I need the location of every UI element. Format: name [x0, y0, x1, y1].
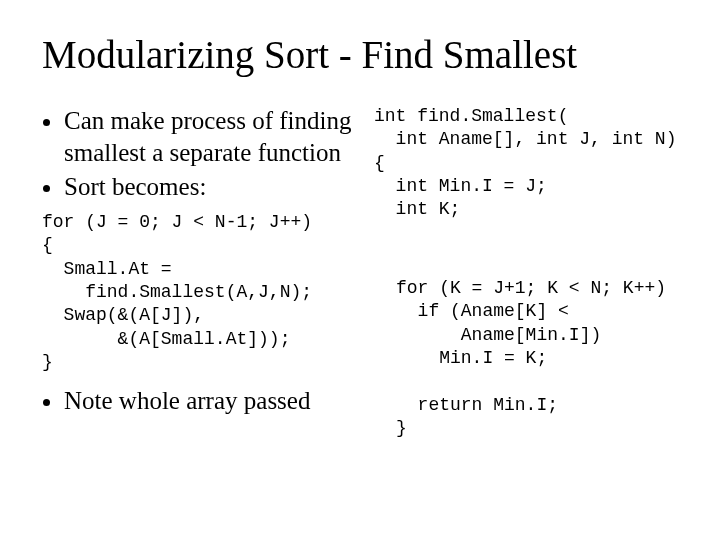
bullet-item: Sort becomes: — [64, 171, 404, 203]
slide-title: Modularizing Sort - Find Smallest — [42, 34, 692, 77]
code-block-function-decl: int find.Smallest( int Aname[], int J, i… — [374, 105, 676, 222]
code-block-function-body: for (K = J+1; K < N; K++) if (Aname[K] <… — [396, 277, 666, 441]
bullet-item: Can make process of finding smallest a s… — [64, 105, 404, 169]
bullet-list-top: Can make process of finding smallest a s… — [42, 105, 404, 203]
slide: Modularizing Sort - Find Smallest Can ma… — [0, 0, 720, 540]
slide-body: Can make process of finding smallest a s… — [42, 105, 692, 417]
